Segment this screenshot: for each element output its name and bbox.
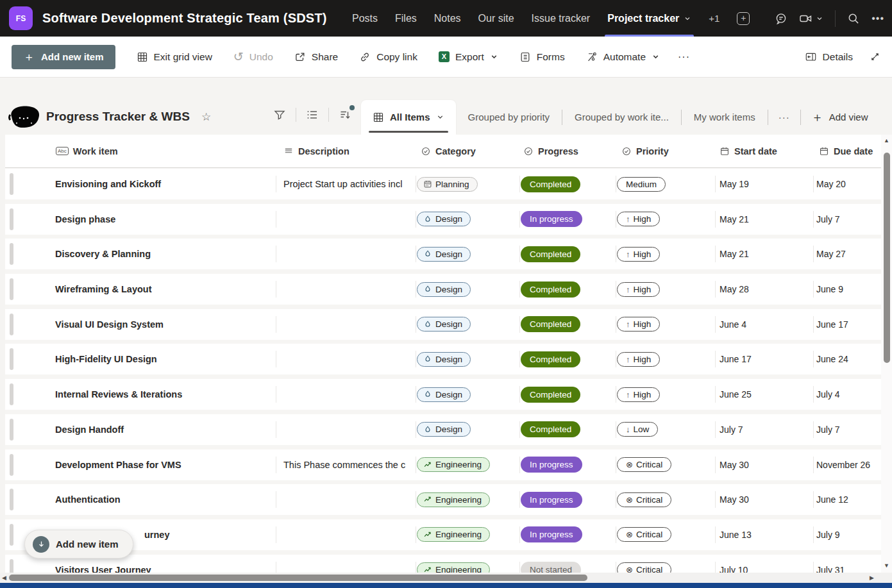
view-tab-grouped-by-priority[interactable]: Grouped by priority (456, 112, 562, 122)
progress-badge-completed[interactable]: Completed (521, 316, 580, 332)
nav-tab-posts[interactable]: Posts (352, 0, 378, 37)
vertical-scroll-thumb[interactable] (884, 153, 890, 363)
priority-badge-critical[interactable]: ⊗Critical (617, 457, 671, 472)
table-row[interactable]: Discovery & PlanningDesignCompleted↑High… (5, 239, 881, 269)
due-date-cell[interactable]: July 31 (813, 555, 881, 573)
description-cell[interactable] (276, 414, 416, 445)
filter-icon[interactable] (272, 107, 287, 122)
table-row[interactable]: Envisioning and KickoffProject Start up … (5, 169, 881, 199)
due-date-cell[interactable]: November 26 (813, 449, 881, 480)
row-drag-handle[interactable] (10, 173, 13, 195)
due-date-cell[interactable]: July 9 (813, 519, 881, 550)
progress-badge-in-progress[interactable]: In progress (521, 492, 582, 508)
video-options-chevron-icon[interactable] (816, 15, 823, 22)
start-date-cell[interactable]: June 25 (715, 379, 813, 410)
scroll-right-arrow-icon[interactable]: ▶ (870, 575, 874, 581)
scroll-down-arrow-icon[interactable]: ▼ (881, 562, 892, 569)
progress-badge-completed[interactable]: Completed (521, 351, 580, 367)
category-badge-design[interactable]: Design (417, 247, 471, 262)
description-cell[interactable] (276, 204, 416, 235)
due-date-cell[interactable]: July 7 (813, 204, 881, 235)
view-tab-grouped-by-work-ite[interactable]: Grouped by work ite... (562, 112, 681, 122)
horizontal-scrollbar[interactable]: ◀ ▶ (0, 573, 892, 583)
priority-badge-critical[interactable]: ⊗Critical (617, 527, 671, 542)
description-cell[interactable] (276, 555, 416, 573)
progress-badge-not-started[interactable]: Not started (521, 562, 581, 573)
view-tabs-overflow-icon[interactable]: ··· (768, 112, 800, 122)
work-item-label[interactable]: High-Fidelity UI Design (55, 354, 157, 364)
progress-badge-completed[interactable]: Completed (521, 421, 580, 437)
progress-badge-completed[interactable]: Completed (521, 387, 580, 403)
share-button[interactable]: Share (294, 51, 338, 63)
work-item-label[interactable]: Visual UI Design System (55, 319, 164, 330)
team-avatar[interactable]: FS (9, 6, 33, 30)
start-date-cell[interactable]: May 30 (715, 449, 813, 480)
due-date-cell[interactable]: June 9 (813, 274, 881, 305)
row-drag-handle[interactable] (10, 419, 13, 441)
description-cell[interactable]: Project Start up activities incl (276, 169, 416, 199)
category-badge-planning[interactable]: Planning (417, 177, 478, 192)
copy-link-button[interactable]: Copy link (359, 51, 417, 63)
category-badge-design[interactable]: Design (417, 387, 471, 402)
horizontal-scroll-thumb[interactable] (9, 575, 587, 581)
start-date-cell[interactable]: June 13 (715, 519, 813, 550)
work-item-label[interactable]: Wireframing & Layout (55, 284, 152, 294)
details-button[interactable]: Details (805, 51, 853, 63)
priority-badge-high[interactable]: ↑High (617, 317, 660, 332)
due-date-cell[interactable]: June 24 (813, 344, 881, 374)
work-item-label[interactable]: Development Phase for VMS (55, 460, 181, 470)
view-tab-my-work-items[interactable]: My work items (682, 112, 768, 122)
progress-badge-completed[interactable]: Completed (521, 281, 580, 298)
progress-badge-in-progress[interactable]: In progress (521, 457, 582, 473)
search-icon[interactable] (847, 12, 860, 25)
category-badge-design[interactable]: Design (417, 352, 471, 367)
description-cell[interactable] (276, 484, 416, 515)
category-badge-design[interactable]: Design (417, 422, 471, 437)
add-new-item-button[interactable]: ＋ Add new item (12, 45, 115, 69)
start-date-cell[interactable]: May 21 (715, 239, 813, 269)
work-item-label[interactable]: Design Handoff (55, 424, 124, 435)
start-date-cell[interactable]: July 10 (715, 555, 813, 573)
description-cell[interactable] (276, 309, 416, 340)
column-header-work-item[interactable]: AbcWork item (5, 146, 276, 156)
row-drag-handle[interactable] (10, 278, 13, 300)
scroll-left-arrow-icon[interactable]: ◀ (2, 575, 6, 581)
nav-tab-files[interactable]: Files (395, 0, 417, 37)
table-row[interactable]: Wireframing & LayoutDesignCompleted↑High… (5, 274, 881, 305)
chat-icon[interactable] (775, 12, 787, 25)
row-drag-handle[interactable] (10, 454, 13, 476)
column-header-progress[interactable]: Progress (519, 146, 616, 156)
hidden-tabs-badge[interactable]: +1 (709, 13, 719, 24)
column-header-start-date[interactable]: Start date (715, 146, 813, 156)
table-row[interactable]: Visitors User JourneyEngineeringNot star… (5, 555, 881, 573)
row-drag-handle[interactable] (10, 383, 13, 405)
table-row[interactable]: Design HandoffDesignCompleted↓LowJuly 7J… (5, 414, 881, 445)
work-item-label[interactable]: urney (144, 530, 170, 540)
due-date-cell[interactable]: May 27 (813, 239, 881, 269)
exit-grid-view-button[interactable]: Exit grid view (137, 51, 212, 63)
add-tab-button[interactable]: + (737, 12, 750, 25)
due-date-cell[interactable]: June 12 (813, 484, 881, 515)
due-date-cell[interactable]: May 20 (813, 169, 881, 199)
row-drag-handle[interactable] (10, 348, 13, 370)
video-call-icon[interactable] (799, 12, 813, 25)
column-header-category[interactable]: Category (416, 146, 519, 156)
table-row[interactable]: Internal Reviews & IterationsDesignCompl… (5, 379, 881, 410)
more-options-icon[interactable]: ••• (871, 13, 884, 24)
priority-badge-low[interactable]: ↓Low (617, 422, 658, 437)
nav-tab-project-tracker[interactable]: Project tracker (607, 0, 691, 37)
scroll-up-arrow-icon[interactable]: ▲ (881, 137, 892, 144)
category-badge-engineering[interactable]: Engineering (417, 562, 490, 573)
progress-badge-completed[interactable]: Completed (521, 176, 580, 192)
start-date-cell[interactable]: June 17 (715, 344, 813, 374)
row-drag-handle[interactable] (10, 489, 13, 510)
priority-badge-high[interactable]: ↑High (617, 212, 660, 226)
table-row[interactable]: Design phaseDesignIn progress↑HighMay 21… (5, 204, 881, 235)
table-row[interactable]: urneyEngineeringIn progress⊗CriticalJune… (5, 519, 881, 550)
row-drag-handle[interactable] (10, 243, 13, 265)
view-tab-all-items[interactable]: All Items (361, 100, 456, 135)
table-row[interactable]: High-Fidelity UI DesignDesignCompleted↑H… (5, 344, 881, 374)
priority-badge-critical[interactable]: ⊗Critical (617, 492, 671, 507)
work-item-label[interactable]: Internal Reviews & Iterations (55, 389, 182, 399)
category-badge-engineering[interactable]: Engineering (417, 527, 490, 542)
